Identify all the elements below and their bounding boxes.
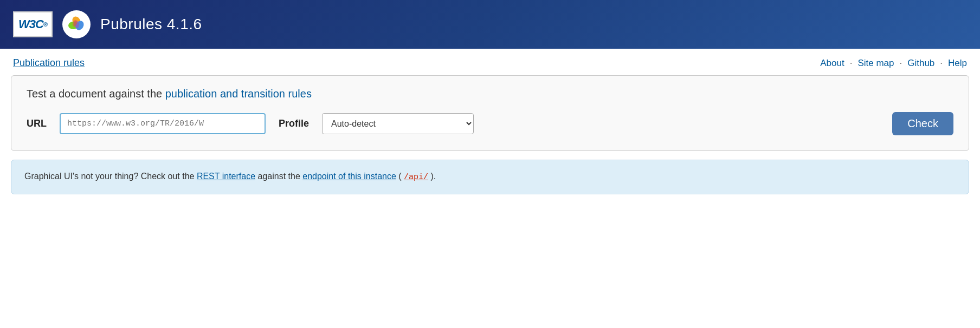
endpoint-link[interactable]: endpoint of this instance [302, 172, 396, 181]
api-link[interactable]: /api/ [404, 173, 428, 182]
card-title: Test a document against the publication … [27, 88, 953, 100]
nav-right-links: About · Site map · Github · Help [820, 58, 967, 69]
pub-rules-link[interactable]: publication and transition rules [165, 88, 312, 100]
rest-interface-link[interactable]: REST interface [197, 172, 255, 181]
app-header: W3C® Pubrules 4.1.6 [0, 0, 980, 49]
check-button[interactable]: Check [892, 112, 953, 135]
navbar: Publication rules About · Site map · Git… [0, 49, 980, 75]
url-input[interactable] [60, 113, 266, 134]
form-row: URL Profile Auto-detect WD CR PR REC NOT… [27, 112, 953, 135]
separator-1: · [850, 58, 853, 69]
url-label: URL [27, 118, 47, 129]
publication-rules-link[interactable]: Publication rules [13, 57, 85, 69]
profile-select[interactable]: Auto-detect WD CR PR REC NOTE MEM-SUBM T… [322, 113, 474, 134]
form-card: Test a document against the publication … [11, 75, 969, 151]
github-link[interactable]: Github [907, 58, 934, 69]
w3c-logo: W3C® [13, 11, 53, 37]
app-title: Pubrules 4.1.6 [100, 16, 202, 33]
sitemap-link[interactable]: Site map [858, 58, 894, 69]
card-title-static: Test a document against the [27, 88, 165, 100]
separator-2: · [899, 58, 902, 69]
help-link[interactable]: Help [948, 58, 967, 69]
profile-label: Profile [279, 118, 309, 129]
info-banner: Graphical UI's not your thing? Check out… [11, 160, 969, 194]
info-text-after: ). [428, 172, 436, 181]
info-text-before: Graphical UI's not your thing? Check out… [24, 172, 197, 181]
pubrules-icon [62, 10, 91, 38]
info-text-middle: against the [255, 172, 302, 181]
about-link[interactable]: About [820, 58, 844, 69]
separator-3: · [940, 58, 943, 69]
